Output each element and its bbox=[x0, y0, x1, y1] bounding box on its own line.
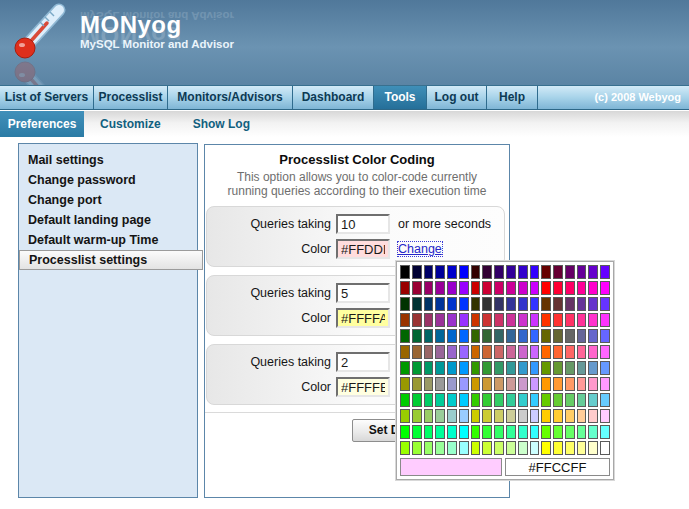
color-swatch[interactable] bbox=[435, 425, 445, 439]
color-swatch[interactable] bbox=[471, 409, 481, 423]
color-swatch[interactable] bbox=[482, 361, 492, 375]
color-swatch[interactable] bbox=[435, 361, 445, 375]
color-swatch[interactable] bbox=[424, 313, 434, 327]
color-swatch[interactable] bbox=[565, 425, 575, 439]
color-swatch[interactable] bbox=[600, 265, 610, 279]
color-swatch[interactable] bbox=[459, 377, 469, 391]
color-swatch[interactable] bbox=[577, 345, 587, 359]
color-swatch[interactable] bbox=[447, 297, 457, 311]
color-swatch[interactable] bbox=[600, 393, 610, 407]
color-swatch[interactable] bbox=[506, 441, 516, 455]
color-swatch[interactable] bbox=[553, 297, 563, 311]
color-swatch[interactable] bbox=[541, 361, 551, 375]
color-swatch[interactable] bbox=[518, 425, 528, 439]
color-swatch[interactable] bbox=[541, 377, 551, 391]
color-swatch[interactable] bbox=[471, 329, 481, 343]
color-swatch[interactable] bbox=[506, 377, 516, 391]
color-swatch[interactable] bbox=[471, 281, 481, 295]
color-swatch[interactable] bbox=[459, 297, 469, 311]
color-swatch[interactable] bbox=[400, 329, 410, 343]
color-swatch[interactable] bbox=[600, 345, 610, 359]
tab-preferences[interactable]: Preferences bbox=[0, 111, 84, 137]
color-swatch[interactable] bbox=[577, 313, 587, 327]
color-swatch[interactable] bbox=[565, 313, 575, 327]
color-swatch[interactable] bbox=[565, 393, 575, 407]
color-swatch[interactable] bbox=[412, 425, 422, 439]
color-swatch[interactable] bbox=[518, 441, 528, 455]
color-swatch[interactable] bbox=[577, 393, 587, 407]
color-swatch[interactable] bbox=[600, 297, 610, 311]
color-swatch[interactable] bbox=[588, 329, 598, 343]
color-swatch[interactable] bbox=[459, 313, 469, 327]
color-swatch[interactable] bbox=[424, 297, 434, 311]
color-swatch[interactable] bbox=[412, 281, 422, 295]
sidebar-item-mail-settings[interactable]: Mail settings bbox=[19, 150, 197, 170]
color-swatch[interactable] bbox=[459, 393, 469, 407]
color-swatch[interactable] bbox=[506, 361, 516, 375]
color-swatch[interactable] bbox=[577, 409, 587, 423]
color-swatch[interactable] bbox=[471, 313, 481, 327]
color-swatch[interactable] bbox=[424, 393, 434, 407]
color-swatch[interactable] bbox=[506, 345, 516, 359]
color-swatch[interactable] bbox=[530, 409, 540, 423]
color-swatch[interactable] bbox=[494, 393, 504, 407]
color-swatch[interactable] bbox=[447, 281, 457, 295]
color-swatch[interactable] bbox=[506, 425, 516, 439]
color-swatch[interactable] bbox=[553, 281, 563, 295]
color-swatch[interactable] bbox=[518, 313, 528, 327]
queries-seconds-input[interactable] bbox=[336, 283, 390, 303]
color-swatch[interactable] bbox=[471, 265, 481, 279]
color-swatch[interactable] bbox=[482, 313, 492, 327]
color-swatch[interactable] bbox=[565, 329, 575, 343]
color-swatch[interactable] bbox=[494, 345, 504, 359]
sidebar-item-processlist-settings[interactable]: Processlist settings bbox=[19, 250, 203, 270]
color-swatch[interactable] bbox=[530, 265, 540, 279]
color-swatch[interactable] bbox=[541, 393, 551, 407]
color-swatch[interactable] bbox=[518, 281, 528, 295]
color-swatch[interactable] bbox=[435, 281, 445, 295]
color-swatch[interactable] bbox=[471, 345, 481, 359]
color-swatch[interactable] bbox=[588, 281, 598, 295]
color-swatch[interactable] bbox=[471, 393, 481, 407]
color-swatch[interactable] bbox=[459, 265, 469, 279]
color-swatch[interactable] bbox=[494, 425, 504, 439]
color-swatch[interactable] bbox=[530, 393, 540, 407]
color-swatch[interactable] bbox=[412, 361, 422, 375]
color-swatch[interactable] bbox=[577, 361, 587, 375]
color-swatch[interactable] bbox=[530, 441, 540, 455]
color-swatch[interactable] bbox=[553, 441, 563, 455]
color-swatch[interactable] bbox=[530, 297, 540, 311]
color-swatch[interactable] bbox=[565, 377, 575, 391]
color-swatch[interactable] bbox=[412, 313, 422, 327]
color-swatch[interactable] bbox=[530, 313, 540, 327]
color-swatch[interactable] bbox=[518, 377, 528, 391]
color-swatch[interactable] bbox=[518, 393, 528, 407]
color-value-input[interactable] bbox=[336, 239, 390, 259]
change-color-link[interactable]: Change bbox=[398, 242, 442, 256]
color-swatch[interactable] bbox=[459, 425, 469, 439]
queries-seconds-input[interactable] bbox=[336, 214, 390, 234]
color-swatch[interactable] bbox=[530, 329, 540, 343]
color-swatch[interactable] bbox=[471, 441, 481, 455]
color-swatch[interactable] bbox=[553, 345, 563, 359]
sidebar-item-default-landing-page[interactable]: Default landing page bbox=[19, 210, 197, 230]
color-swatch[interactable] bbox=[588, 377, 598, 391]
color-swatch[interactable] bbox=[471, 361, 481, 375]
color-swatch[interactable] bbox=[435, 345, 445, 359]
color-swatch[interactable] bbox=[400, 441, 410, 455]
color-swatch[interactable] bbox=[494, 265, 504, 279]
color-swatch[interactable] bbox=[400, 425, 410, 439]
color-swatch[interactable] bbox=[600, 313, 610, 327]
color-swatch[interactable] bbox=[482, 329, 492, 343]
color-swatch[interactable] bbox=[435, 297, 445, 311]
color-swatch[interactable] bbox=[553, 313, 563, 327]
color-swatch[interactable] bbox=[541, 409, 551, 423]
color-swatch[interactable] bbox=[435, 377, 445, 391]
color-swatch[interactable] bbox=[530, 345, 540, 359]
color-swatch[interactable] bbox=[459, 441, 469, 455]
color-swatch[interactable] bbox=[482, 297, 492, 311]
color-swatch[interactable] bbox=[565, 297, 575, 311]
color-swatch[interactable] bbox=[553, 425, 563, 439]
color-swatch[interactable] bbox=[553, 265, 563, 279]
color-swatch[interactable] bbox=[482, 281, 492, 295]
